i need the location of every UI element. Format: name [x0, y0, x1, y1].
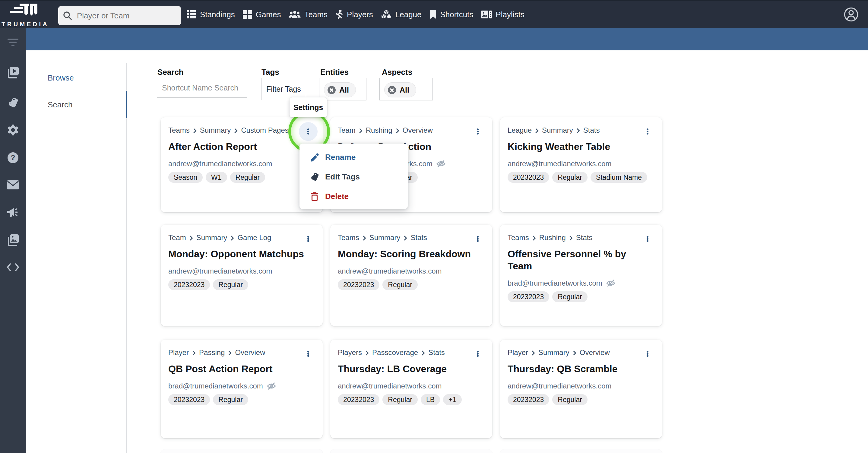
- chevron-right-icon: [573, 350, 576, 356]
- card-settings-kebab-button[interactable]: [638, 122, 657, 141]
- shortcut-card[interactable]: Team Summary Game Log Monday: Opponent M…: [161, 225, 323, 326]
- gear-icon[interactable]: [7, 124, 19, 137]
- remove-entities-filter-icon[interactable]: [328, 86, 336, 94]
- tags-icon[interactable]: [7, 96, 19, 109]
- tag-pill: Regular: [382, 279, 418, 290]
- chevron-right-icon: [396, 128, 399, 133]
- account-icon[interactable]: [844, 7, 858, 22]
- card-title[interactable]: Offensive Personnel % by Team: [507, 248, 652, 272]
- help-icon[interactable]: ?: [7, 152, 19, 164]
- subnav-divider: [126, 63, 127, 453]
- card-title[interactable]: QB Post Action Report: [168, 363, 313, 375]
- card-breadcrumb: Team Rushing Overview: [338, 126, 485, 134]
- brand-name: TRUMEDIA: [1, 21, 49, 28]
- icon-sidebar: ?: [0, 28, 26, 453]
- menu-item-edit-tags[interactable]: Edit Tags: [300, 167, 408, 187]
- tag-pill: 20232023: [507, 394, 549, 405]
- card-tags: 20232023 Regular LB +1: [338, 394, 485, 405]
- subnav-item-browse[interactable]: Browse: [48, 73, 74, 83]
- filter-search-box: [157, 78, 247, 98]
- card-title[interactable]: Monday: Opponent Matchups: [168, 248, 313, 260]
- trash-icon: [309, 192, 320, 201]
- tag-pill: 20232023: [168, 279, 210, 290]
- card-breadcrumb: League Summary Stats: [507, 126, 654, 134]
- card-tags: 20232023 Regular: [338, 279, 485, 290]
- aspects-all-chip[interactable]: All: [384, 82, 416, 97]
- brand-logo[interactable]: TRUMEDIA: [0, 1, 54, 28]
- card-breadcrumb: Team Summary Game Log: [168, 234, 315, 242]
- navbar-search-box: [58, 6, 181, 25]
- aspects-chip-label: All: [400, 86, 409, 94]
- card-settings-kebab-button[interactable]: [468, 344, 487, 363]
- nav-item-league[interactable]: League: [381, 10, 422, 19]
- card-settings-kebab-button[interactable]: [468, 230, 487, 248]
- svg-text:?: ?: [11, 153, 16, 162]
- card-settings-kebab-button[interactable]: [468, 122, 487, 141]
- mail-icon[interactable]: [7, 180, 19, 190]
- shortcut-card[interactable]: Player Passing Overview QB Post Action R…: [161, 340, 323, 438]
- filter-icon[interactable]: [7, 38, 19, 47]
- tag-pill: Stadium Name: [591, 172, 647, 183]
- settings-tooltip: Settings: [289, 97, 327, 117]
- megaphone-icon[interactable]: [7, 207, 19, 218]
- shortcut-card[interactable]: [161, 449, 323, 453]
- card-settings-kebab-button[interactable]: [638, 344, 657, 363]
- card-owner-email: andrew@trumedianetworks.com: [338, 382, 485, 390]
- chevron-right-icon: [535, 128, 539, 133]
- shortcut-card[interactable]: Teams Rushing Stats Offensive Personnel …: [500, 225, 662, 326]
- chevron-right-icon: [230, 235, 234, 241]
- card-owner-email: andrew@trumedianetworks.com: [507, 159, 654, 168]
- card-title[interactable]: Thursday: LB Coverage: [338, 363, 483, 375]
- nav-item-label: Shortcuts: [440, 10, 473, 19]
- people-icon: [289, 10, 301, 19]
- shortcut-card[interactable]: Teams Summary Stats Monday: Scoring Brea…: [330, 225, 492, 326]
- filter-tags-input[interactable]: [261, 78, 306, 100]
- menu-item-rename[interactable]: Rename: [300, 148, 408, 167]
- subnav-active-indicator: [126, 91, 127, 118]
- chevron-right-icon: [365, 350, 369, 356]
- card-title[interactable]: Monday: Scoring Breakdown: [338, 248, 483, 260]
- tag-pill: W1: [206, 172, 227, 183]
- filter-tags-label: Tags: [261, 67, 279, 77]
- card-settings-menu: Rename Edit Tags: [300, 144, 408, 209]
- card-owner-email: andrew@trumedianetworks.com: [338, 267, 485, 275]
- subnav-item-search[interactable]: Search: [48, 100, 72, 110]
- card-owner-email: andrew@trumedianetworks.com: [168, 267, 315, 275]
- video-library-icon[interactable]: [7, 66, 19, 79]
- card-settings-kebab-button[interactable]: [638, 230, 657, 248]
- nav-item-standings[interactable]: Standings: [187, 10, 235, 19]
- nav-item-shortcuts[interactable]: Shortcuts: [430, 10, 473, 19]
- card-settings-kebab-button[interactable]: [299, 230, 318, 248]
- tag-pill: 20232023: [168, 394, 210, 405]
- entities-all-chip[interactable]: All: [324, 82, 356, 97]
- shortcut-card[interactable]: Players Passcoverage Stats Thursday: LB …: [330, 340, 492, 438]
- remove-aspects-filter-icon[interactable]: [388, 86, 396, 94]
- shortcut-card[interactable]: [500, 449, 662, 453]
- images-icon[interactable]: [7, 234, 19, 246]
- eye-slash-icon: [606, 279, 616, 288]
- nav-item-playlists[interactable]: Playlists: [481, 10, 524, 19]
- menu-item-delete[interactable]: Delete: [300, 187, 408, 206]
- shortcut-card[interactable]: League Summary Stats Kicking Weather Tab…: [500, 117, 662, 212]
- card-settings-kebab-button[interactable]: [299, 344, 318, 363]
- shortcut-name-search-input[interactable]: [157, 78, 247, 97]
- tags-icon: [309, 172, 320, 182]
- shortcut-card[interactable]: [330, 449, 492, 453]
- card-title[interactable]: Kicking Weather Table: [507, 141, 652, 153]
- filter-aspects-box: All: [379, 78, 433, 100]
- nav-item-players[interactable]: Players: [335, 10, 373, 19]
- card-owner-email: andrew@trumedianetworks.com: [168, 159, 315, 168]
- page: TRUMEDIA Standings: [0, 0, 868, 453]
- shortcut-card[interactable]: Player Summary Overview Thursday: QB Scr…: [500, 340, 662, 438]
- card-title[interactable]: Thursday: QB Scramble: [507, 363, 652, 375]
- tag-pill: Season: [168, 172, 203, 183]
- entities-chip-label: All: [339, 86, 349, 94]
- nav-item-label: Games: [256, 10, 281, 19]
- nav-item-games[interactable]: Games: [243, 10, 281, 19]
- code-icon[interactable]: [6, 263, 20, 272]
- navbar-search-input[interactable]: [77, 11, 177, 21]
- tag-pill: +1: [443, 394, 462, 405]
- grid-icon: [243, 10, 252, 19]
- tag-pill: Regular: [382, 394, 418, 405]
- nav-item-teams[interactable]: Teams: [289, 10, 328, 19]
